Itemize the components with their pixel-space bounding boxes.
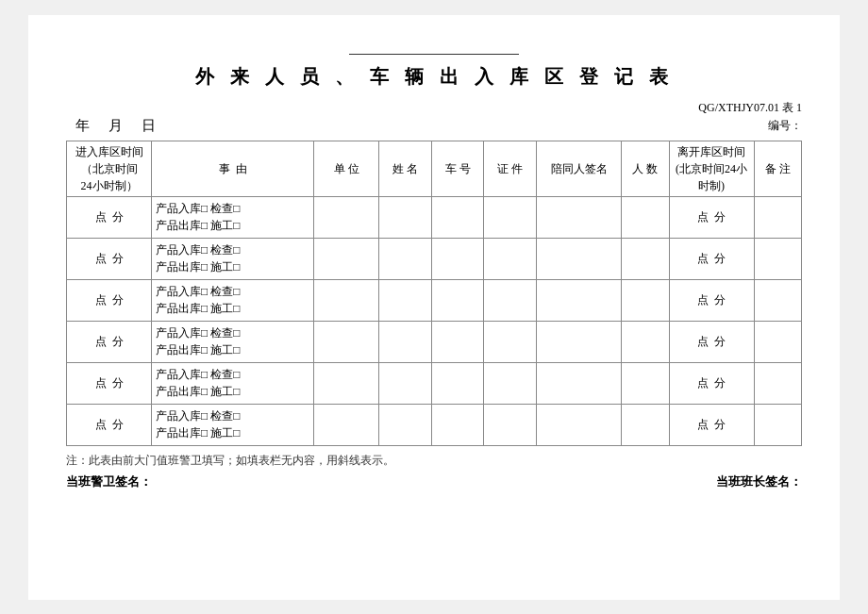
reason-3: 产品入库□ 检查□产品出库□ 施工□ — [152, 279, 314, 321]
unit-5 — [314, 362, 379, 404]
car-4 — [431, 321, 484, 362]
name-2 — [379, 238, 432, 279]
note-2 — [754, 238, 801, 279]
table-row: 点 分 产品入库□ 检查□产品出库□ 施工□ 点 分 — [67, 362, 802, 404]
enter-time-4: 点 分 — [67, 321, 152, 362]
unit-3 — [314, 279, 379, 321]
note-1 — [754, 196, 801, 238]
table-header-row: 进入库区时间（北京时间24小时制） 事 由 单 位 姓 名 车 号 证 件 陪同… — [67, 141, 802, 196]
escort-1 — [537, 196, 622, 238]
header-reason: 事 由 — [152, 141, 314, 196]
escort-4 — [537, 321, 622, 362]
doc-id-label: 编号： — [698, 117, 802, 135]
name-5 — [379, 362, 432, 404]
escort-2 — [537, 238, 622, 279]
cert-4 — [484, 321, 537, 362]
leave-time-2: 点 分 — [669, 238, 754, 279]
header-escort: 陪同人签名 — [537, 141, 622, 196]
title-overline — [349, 54, 519, 55]
reason-6: 产品入库□ 检查□产品出库□ 施工□ — [152, 404, 314, 445]
header-leave-time: 离开库区时间(北京时间24小时制) — [669, 141, 754, 196]
meta-row: 年 月 日 QG/XTHJY07.01 表 1 编号： — [66, 99, 802, 135]
leave-time-3: 点 分 — [669, 279, 754, 321]
main-table: 进入库区时间（北京时间24小时制） 事 由 单 位 姓 名 车 号 证 件 陪同… — [66, 141, 802, 446]
count-2 — [622, 238, 669, 279]
car-2 — [431, 238, 484, 279]
cert-2 — [484, 238, 537, 279]
table-container: 进入库区时间（北京时间24小时制） 事 由 单 位 姓 名 车 号 证 件 陪同… — [66, 141, 802, 446]
name-6 — [379, 404, 432, 445]
reason-4: 产品入库□ 检查□产品出库□ 施工□ — [152, 321, 314, 362]
header-count: 人 数 — [622, 141, 669, 196]
enter-time-6: 点 分 — [67, 404, 152, 445]
title-overline-container — [66, 43, 802, 60]
car-5 — [431, 362, 484, 404]
table-row: 点 分 产品入库□ 检查□产品出库□ 施工□ 点 分 — [67, 238, 802, 279]
leave-time-5: 点 分 — [669, 362, 754, 404]
unit-1 — [314, 196, 379, 238]
unit-2 — [314, 238, 379, 279]
cert-5 — [484, 362, 537, 404]
enter-time-1: 点 分 — [67, 196, 152, 238]
note-3 — [754, 279, 801, 321]
escort-3 — [537, 279, 622, 321]
count-1 — [622, 196, 669, 238]
header-cert: 证 件 — [484, 141, 537, 196]
reason-2: 产品入库□ 检查□产品出库□ 施工□ — [152, 238, 314, 279]
sign-guard: 当班警卫签名： — [66, 473, 152, 490]
reason-1: 产品入库□ 检查□产品出库□ 施工□ — [152, 196, 314, 238]
footer-sign-row: 当班警卫签名： 当班班长签名： — [66, 473, 802, 490]
reason-5: 产品入库□ 检查□产品出库□ 施工□ — [152, 362, 314, 404]
car-1 — [431, 196, 484, 238]
header-note: 备 注 — [754, 141, 801, 196]
leave-time-6: 点 分 — [669, 404, 754, 445]
date-label: 年 月 日 — [75, 117, 163, 135]
note-4 — [754, 321, 801, 362]
count-3 — [622, 279, 669, 321]
count-5 — [622, 362, 669, 404]
main-title: 外 来 人 员 、 车 辆 出 入 库 区 登 记 表 — [66, 64, 802, 90]
cert-3 — [484, 279, 537, 321]
escort-5 — [537, 362, 622, 404]
table-row: 点 分 产品入库□ 检查□产品出库□ 施工□ 点 分 — [67, 321, 802, 362]
header-unit: 单 位 — [314, 141, 379, 196]
name-3 — [379, 279, 432, 321]
count-6 — [622, 404, 669, 445]
header-name: 姓 名 — [379, 141, 432, 196]
leave-time-4: 点 分 — [669, 321, 754, 362]
escort-6 — [537, 404, 622, 445]
cert-6 — [484, 404, 537, 445]
table-row: 点 分 产品入库□ 检查□产品出库□ 施工□ 点 分 — [67, 279, 802, 321]
page: 外 来 人 员 、 车 辆 出 入 库 区 登 记 表 年 月 日 QG/XTH… — [28, 15, 840, 600]
unit-4 — [314, 321, 379, 362]
meta-right: QG/XTHJY07.01 表 1 编号： — [698, 99, 802, 135]
header-enter-time: 进入库区时间（北京时间24小时制） — [67, 141, 152, 196]
unit-6 — [314, 404, 379, 445]
name-1 — [379, 196, 432, 238]
enter-time-5: 点 分 — [67, 362, 152, 404]
sign-captain: 当班班长签名： — [716, 473, 802, 490]
note-5 — [754, 362, 801, 404]
note-6 — [754, 404, 801, 445]
doc-number-line: QG/XTHJY07.01 表 1 — [698, 99, 802, 117]
leave-time-1: 点 分 — [669, 196, 754, 238]
enter-time-2: 点 分 — [67, 238, 152, 279]
table-row: 点 分 产品入库□ 检查□产品出库□ 施工□ 点 分 — [67, 404, 802, 445]
cert-1 — [484, 196, 537, 238]
count-4 — [622, 321, 669, 362]
table-row: 点 分 产品入库□ 检查□产品出库□ 施工□ 点 分 — [67, 196, 802, 238]
car-3 — [431, 279, 484, 321]
name-4 — [379, 321, 432, 362]
enter-time-3: 点 分 — [67, 279, 152, 321]
footer-note: 注：此表由前大门值班警卫填写；如填表栏无内容，用斜线表示。 — [66, 454, 802, 468]
car-6 — [431, 404, 484, 445]
header-car: 车 号 — [431, 141, 484, 196]
